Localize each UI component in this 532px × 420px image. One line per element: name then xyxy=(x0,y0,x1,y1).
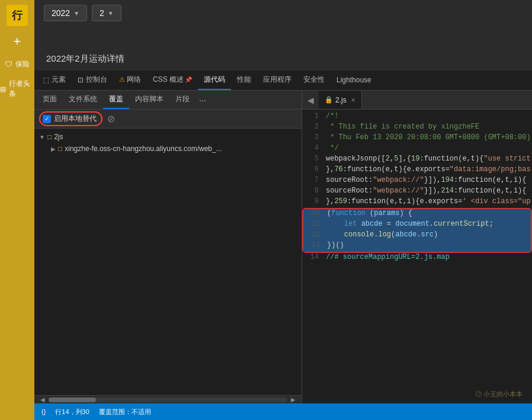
sub-tab-coverage[interactable]: 覆盖 xyxy=(103,91,129,109)
coverage-toolbar: ✓ 启用本地替代 ⊘ xyxy=(34,110,302,129)
status-coverage: 覆盖范围：不适用 xyxy=(99,408,151,416)
tree-child-arrow-icon: ▶ xyxy=(51,146,56,152)
tab-elements[interactable]: ⬚ 元素 xyxy=(37,70,72,90)
devtools-tabs: ⬚ 元素 ⊡ 控制台 网络 CSS 概述 📌 源代码 性能 应用程序 安全性 L… xyxy=(34,70,532,91)
month-selector[interactable]: 2 ▼ xyxy=(92,5,121,21)
sub-tab-page[interactable]: 页面 xyxy=(37,91,63,109)
scroll-track[interactable] xyxy=(49,397,287,402)
file-tabs: ◀ 🔒 2.js × xyxy=(302,91,532,110)
cursor-icon: ⬚ xyxy=(43,76,49,84)
scroll-thumb xyxy=(49,397,96,402)
tab-performance[interactable]: 性能 xyxy=(231,70,257,90)
code-line-10: 10 (function (params) { xyxy=(303,209,531,220)
enable-override-checkbox[interactable]: ✓ xyxy=(43,115,51,123)
panel-scroll-bottom: ◀ ▶ xyxy=(34,395,302,403)
code-line-8: 8 sourceRoot:"webpack://"}]),214:functio… xyxy=(302,187,532,197)
right-panel: ◀ 🔒 2.js × 1 /*! 2 * This file is create… xyxy=(302,91,532,403)
tab-source[interactable]: 源代码 xyxy=(198,70,231,90)
sub-tab-filesystem[interactable]: 文件系统 xyxy=(63,91,103,109)
tree-root-item[interactable]: ▼ □ 2js xyxy=(34,131,302,143)
code-line-12: 12 console.log(abcde.src) xyxy=(303,230,531,241)
tree-child-folder-icon: □ xyxy=(58,145,62,153)
tab-network[interactable]: 网络 xyxy=(113,70,147,90)
scroll-left-arrow[interactable]: ◀ xyxy=(37,394,49,404)
year-chevron-icon: ▼ xyxy=(73,10,79,17)
code-line-5: 5 webpackJsonp([2,5],{19:function(e,t){"… xyxy=(302,155,532,165)
file-tab-close-icon[interactable]: × xyxy=(351,96,355,104)
code-line-1: 1 /*! xyxy=(302,112,532,123)
app-header xyxy=(34,26,532,50)
file-tree: ▼ □ 2js ▶ □ xingzhe-fe.oss-cn-hangzhou.a… xyxy=(34,129,302,395)
month-chevron-icon: ▼ xyxy=(108,10,114,17)
sub-tabs: 页面 文件系统 覆盖 内容脚本 片段 ··· xyxy=(34,91,302,110)
tree-folder-icon: □ xyxy=(47,133,52,141)
left-sidebar: 行 + 🛡 保险 ▤ 行者头条 xyxy=(0,0,34,420)
year-selector[interactable]: 2022 ▼ xyxy=(44,5,87,21)
code-line-9: 9 },259:function(e,t,i){e.exports=' <div… xyxy=(302,197,532,208)
tab-lighthouse[interactable]: Lighthouse xyxy=(331,70,377,90)
code-line-14: 14 //# sourceMappingURL=2.js.map xyxy=(302,253,532,264)
left-panel: 页面 文件系统 覆盖 内容脚本 片段 ··· ✓ xyxy=(34,91,302,403)
sub-tab-content-scripts[interactable]: 内容脚本 xyxy=(129,91,169,109)
page-title: 2022年2月运动详情 xyxy=(46,53,124,63)
code-line-2: 2 * This file is created by xingzheFE xyxy=(302,123,532,133)
code-line-4: 4 */ xyxy=(302,144,532,155)
sub-tab-snippets[interactable]: 片段 xyxy=(169,91,196,109)
code-line-6: 6 },76:function(e,t){e.exports="data:ima… xyxy=(302,165,532,176)
page-title-bar: 2022年2月运动详情 xyxy=(34,50,532,70)
status-brace[interactable]: {} xyxy=(41,408,46,415)
console-icon: ⊡ xyxy=(78,76,84,84)
top-bar: 2022 ▼ 2 ▼ xyxy=(34,0,532,26)
status-bar: {} 行14，列30 覆盖范围：不适用 xyxy=(34,403,532,420)
code-line-3: 3 * Thu Feb 13 2020 20:08:00 GMT+0800 (G… xyxy=(302,133,532,144)
code-line-7: 7 sourceRoot:"webpack://"}]),194:functio… xyxy=(302,176,532,187)
nav-back-button[interactable]: ◀ xyxy=(302,91,319,110)
tree-child-label: xingzhe-fe.oss-cn-hangzhou.aliyuncs.com/… xyxy=(65,145,222,153)
tree-child-item[interactable]: ▶ □ xingzhe-fe.oss-cn-hangzhou.aliyuncs.… xyxy=(34,143,302,155)
enable-local-overrides-wrapper: ✓ 启用本地替代 xyxy=(39,111,102,126)
css-pin-icon: 📌 xyxy=(185,76,192,83)
tab-application[interactable]: 应用程序 xyxy=(257,70,297,90)
tab-css[interactable]: CSS 概述 📌 xyxy=(147,70,198,90)
year-month-selector: 2022 ▼ 2 ▼ xyxy=(44,5,121,21)
tree-root-label: 2js xyxy=(54,133,63,141)
watermark: ◎ 小王的小本本 xyxy=(475,390,523,399)
code-line-11: 11 let abcde = document.currentScript; xyxy=(303,220,531,230)
sidebar-insurance[interactable]: 🛡 保险 xyxy=(5,59,30,69)
tree-arrow-icon: ▼ xyxy=(39,134,45,140)
code-line-13: 13 })() xyxy=(303,241,531,252)
code-area[interactable]: 1 /*! 2 * This file is created by xingzh… xyxy=(302,110,532,403)
enable-label: 启用本地替代 xyxy=(54,114,97,124)
devtools-content: 页面 文件系统 覆盖 内容脚本 片段 ··· ✓ xyxy=(34,91,532,403)
tab-security[interactable]: 安全性 xyxy=(297,70,331,90)
main-area: 2022 ▼ 2 ▼ 2022年2月运动详情 ⬚ 元素 ⊡ 控制台 网络 CSS xyxy=(34,0,532,420)
status-position: 行14，列30 xyxy=(55,408,89,416)
annotated-code-block: 10 (function (params) { 11 let abcde = d… xyxy=(302,208,532,253)
sidebar-add-button[interactable]: + xyxy=(9,33,25,50)
tab-console[interactable]: ⊡ 控制台 xyxy=(72,70,113,90)
block-icon[interactable]: ⊘ xyxy=(107,113,115,124)
file-lock-icon: 🔒 xyxy=(325,96,333,104)
sub-tab-more[interactable]: ··· xyxy=(196,91,210,109)
scroll-right-arrow[interactable]: ▶ xyxy=(287,394,299,404)
file-tab-2js[interactable]: 🔒 2.js × xyxy=(319,91,362,109)
sidebar-news[interactable]: ▤ 行者头条 xyxy=(0,79,34,99)
sidebar-top-button[interactable]: 行 xyxy=(7,5,28,26)
